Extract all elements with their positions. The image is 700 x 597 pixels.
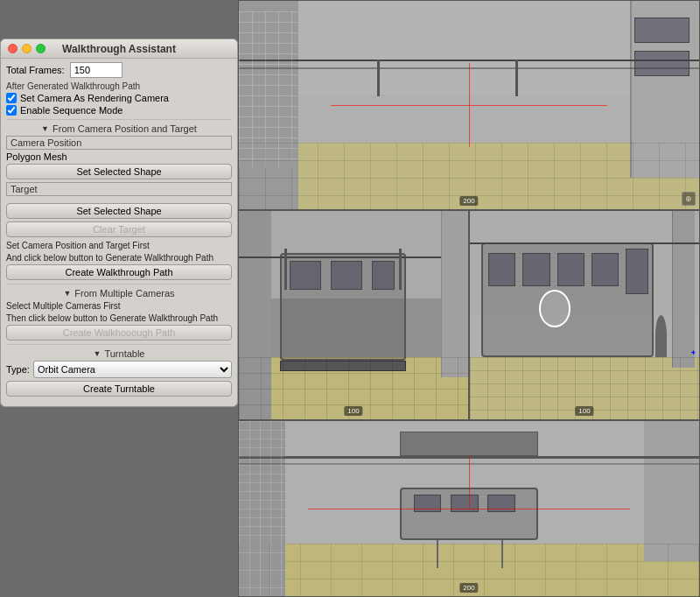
viewport-mid-left[interactable]: 100 bbox=[238, 210, 469, 420]
create-walkthrough-btn[interactable]: Create Walkthrough Path bbox=[6, 264, 232, 280]
divider-3 bbox=[6, 344, 232, 345]
total-frames-label: Total Frames: bbox=[6, 65, 65, 75]
set-camera-label: Set Camera As Rendering Camera bbox=[20, 93, 169, 103]
close-button[interactable] bbox=[8, 44, 18, 53]
divider-1 bbox=[6, 119, 232, 120]
section1-hint2: And click below button to Generate Walkt… bbox=[6, 252, 232, 263]
camera-position-group: Camera Position bbox=[6, 136, 232, 150]
type-select[interactable]: Orbit Camera Target Camera Free Camera bbox=[33, 361, 232, 378]
enable-sequence-row: Enable Sequence Mode bbox=[6, 105, 232, 116]
set-camera-row: Set Camera As Rendering Camera bbox=[6, 93, 232, 103]
panel-title: Walkthrough Assistant bbox=[62, 43, 176, 55]
after-path-header: After Generated Walkthrough Path bbox=[6, 81, 232, 91]
section2-header: ▼ From Multiple Cameras bbox=[6, 288, 232, 298]
total-frames-input[interactable] bbox=[70, 62, 122, 78]
clear-target-btn[interactable]: Clear Target bbox=[6, 221, 232, 237]
type-label: Type: bbox=[6, 364, 30, 375]
create-turntable-btn[interactable]: Create Turntable bbox=[6, 381, 232, 397]
section1-header: ▼ From Camera Position and Target bbox=[6, 123, 232, 134]
set-selected-shape-btn-2[interactable]: Set Selected Shape bbox=[6, 203, 232, 219]
maximize-button[interactable] bbox=[36, 44, 46, 53]
section2-triangle[interactable]: ▼ bbox=[63, 289, 71, 298]
section1-hint1: Set Camera Position and Target First bbox=[6, 240, 232, 251]
section2-hint2: Then click below button to Generate Walk… bbox=[6, 313, 232, 324]
minimize-button[interactable] bbox=[22, 44, 32, 53]
divider-2 bbox=[6, 284, 232, 284]
section1-triangle[interactable]: ▼ bbox=[41, 124, 49, 133]
section3-triangle[interactable]: ▼ bbox=[94, 349, 102, 358]
enable-sequence-label: Enable Sequence Mode bbox=[20, 105, 122, 116]
section2-hint1: Select Multiple Cameras First bbox=[6, 300, 232, 312]
vp-top-nav: ⊕ bbox=[682, 192, 696, 206]
viewport-top[interactable]: 200 ⊕ bbox=[238, 0, 700, 210]
set-camera-checkbox[interactable] bbox=[6, 93, 17, 103]
walkthrough-panel: Walkthrough Assistant Total Frames: Afte… bbox=[0, 39, 238, 407]
vp-top-scale: 200 bbox=[459, 196, 478, 206]
viewport-mid-right[interactable]: + 100 bbox=[469, 210, 700, 420]
vp-mid-left-scale: 100 bbox=[344, 406, 362, 416]
type-row: Type: Orbit Camera Target Camera Free Ca… bbox=[6, 361, 232, 378]
vp-mid-right-scale: 100 bbox=[575, 406, 593, 416]
set-selected-shape-btn-1[interactable]: Set Selected Shape bbox=[6, 164, 232, 179]
axis-indicator: + bbox=[691, 348, 696, 357]
viewports-container: 200 ⊕ 100 bbox=[238, 0, 700, 597]
polygon-mesh-label-row: Polygon Mesh bbox=[6, 151, 232, 162]
vp-bottom-scale: 200 bbox=[459, 583, 478, 593]
panel-titlebar: Walkthrough Assistant bbox=[1, 39, 237, 59]
section3-header: ▼ Turntable bbox=[6, 348, 232, 359]
enable-sequence-checkbox[interactable] bbox=[6, 105, 17, 116]
traffic-lights bbox=[8, 44, 46, 53]
target-group: Target bbox=[6, 182, 232, 196]
create-walkthrough-disabled-btn[interactable]: Create Walkhooough Path bbox=[6, 325, 232, 341]
total-frames-row: Total Frames: bbox=[6, 62, 232, 78]
viewport-bottom[interactable]: 200 bbox=[238, 420, 700, 597]
panel-body: Total Frames: After Generated Walkthroug… bbox=[1, 59, 237, 406]
